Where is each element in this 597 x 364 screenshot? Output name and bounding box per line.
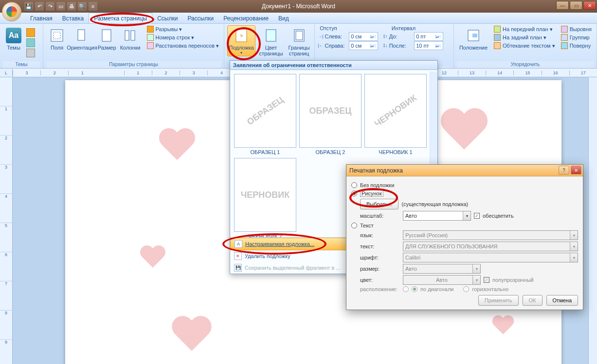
svg-rect-5	[131, 31, 135, 40]
themes-label: Темы	[7, 45, 20, 51]
svg-rect-0	[51, 30, 63, 41]
color-input: Авто▾	[403, 275, 481, 285]
radio-text-watermark[interactable]: Текст	[351, 223, 578, 228]
tab-page-layout[interactable]: Разметка страницы	[89, 13, 152, 23]
size-button[interactable]: Размер	[96, 25, 118, 52]
line-numbers-icon	[147, 34, 154, 41]
indent-right-input[interactable]: 0 см▴▾	[349, 41, 378, 50]
gallery-item[interactable]: ЧЕРНОВИКЧЕРНОВИК 2	[234, 158, 296, 239]
theme-fonts-icon[interactable]	[26, 38, 35, 47]
tab-mailings[interactable]: Рассылки	[182, 13, 218, 23]
page-color-icon	[263, 28, 279, 43]
tab-view[interactable]: Вид	[273, 13, 294, 23]
orientation-button[interactable]: Ориентация	[70, 25, 94, 52]
gallery-item[interactable]: ОБРАЗЕЦОБРАЗЕЦ 2	[299, 74, 362, 155]
front-icon	[494, 26, 501, 33]
position-button[interactable]: Положение	[457, 25, 490, 52]
dialog-close-button[interactable]: ✕	[571, 166, 581, 174]
hyphenation-button[interactable]: Расстановка переносов ▾	[145, 42, 221, 50]
dialog-help-button[interactable]: ?	[559, 166, 569, 174]
group-button[interactable]: Группир	[559, 34, 594, 41]
indent-left-input[interactable]: 0 см▴▾	[349, 32, 378, 41]
quick-access-toolbar: 💾 ↶ ↷ ▭ 🖶 🔍 ≡	[24, 2, 97, 11]
vertical-scrollbar[interactable]	[588, 77, 597, 364]
new-icon[interactable]: ▭	[56, 2, 65, 11]
save-icon[interactable]: 💾	[24, 2, 33, 11]
margins-button[interactable]: Поля	[46, 25, 68, 52]
svg-rect-8	[266, 30, 276, 41]
radio-diagonal	[403, 286, 409, 292]
bring-front-button[interactable]: На передний план ▾	[492, 25, 557, 33]
themes-icon: Aa	[6, 28, 21, 43]
page-borders-button[interactable]: Границы страниц	[287, 25, 311, 58]
svg-rect-12	[472, 34, 477, 37]
gallery-header: Заявления об ограничении ответственности	[230, 61, 437, 70]
preview-icon[interactable]: 🔍	[78, 2, 87, 11]
cancel-button[interactable]: Отмена	[546, 295, 578, 306]
margins-icon	[49, 28, 65, 43]
close-button[interactable]: ✕	[583, 1, 596, 10]
watermark-button[interactable]: AПодложка▾	[227, 25, 255, 56]
dialog-title[interactable]: Печатная подложка ? ✕	[346, 165, 583, 176]
send-back-button[interactable]: На задний план ▾	[492, 34, 557, 41]
vertical-ruler[interactable]: 123456789	[0, 77, 13, 364]
themes-button[interactable]: Aa Темы	[3, 25, 24, 52]
spacing-after-input[interactable]: 10 пт▴▾	[414, 41, 443, 50]
watermark-icon: A	[234, 28, 249, 43]
svg-rect-4	[125, 31, 129, 40]
tab-references[interactable]: Ссылки	[152, 13, 182, 23]
back-icon	[494, 34, 501, 41]
tab-review[interactable]: Рецензирование	[218, 13, 273, 23]
position-icon	[466, 28, 481, 43]
breaks-button[interactable]: Разрывы ▾	[145, 25, 221, 33]
radio-no-watermark[interactable]: Без подложки	[351, 182, 578, 188]
printed-watermark-dialog: Печатная подложка ? ✕ Без подложки Рисун…	[346, 164, 583, 310]
group-label-arrange: Упорядочить	[457, 61, 594, 68]
rotate-icon	[561, 42, 568, 49]
gallery-item[interactable]: ОБРАЗЕЦОБРАЗЕЦ 1	[234, 74, 296, 155]
remove-icon: ✕	[234, 252, 242, 260]
page-color-button[interactable]: Цвет страницы	[257, 25, 285, 58]
columns-button[interactable]: Колонки	[120, 25, 141, 52]
size-input: Авто▾	[403, 264, 481, 274]
language-input: Русский (Россия)▾	[403, 230, 578, 240]
align-button[interactable]: Выровня	[559, 25, 594, 33]
line-numbers-button[interactable]: Номера строк ▾	[145, 34, 221, 41]
save-selection-icon: 💾	[234, 264, 242, 272]
tab-home[interactable]: Главная	[25, 13, 57, 23]
group-label-themes: Темы	[3, 61, 40, 68]
text-wrap-button[interactable]: Обтекание текстом ▾	[492, 42, 557, 50]
size-icon	[99, 28, 115, 43]
radio-picture-watermark[interactable]: Рисунок	[351, 190, 578, 197]
group-icon	[561, 34, 568, 41]
custom-watermark-icon: A	[235, 240, 242, 248]
window-title: Документ1 - Microsoft Word	[262, 3, 335, 10]
wrap-icon	[494, 42, 501, 49]
align-icon	[561, 26, 568, 33]
print-icon[interactable]: 🖶	[67, 2, 76, 11]
maximize-button[interactable]: ▭	[570, 1, 582, 10]
washout-checkbox[interactable]: ✓	[474, 213, 480, 219]
redo-icon[interactable]: ↷	[46, 2, 54, 11]
tab-insert[interactable]: Вставка	[57, 13, 89, 23]
qat-more-icon[interactable]: ≡	[89, 2, 97, 11]
svg-rect-2	[78, 30, 85, 40]
columns-icon	[123, 28, 138, 43]
svg-rect-3	[102, 30, 111, 41]
rotate-button[interactable]: Поверну	[559, 42, 594, 50]
gallery-item[interactable]: ЧЕРНОВИКЧЕРНОВИК 1	[364, 74, 427, 155]
indent-header: Отступ	[320, 25, 337, 31]
minimize-button[interactable]: —	[556, 1, 569, 10]
scale-label: масштаб:	[360, 213, 400, 219]
theme-colors-icon[interactable]	[26, 28, 35, 37]
office-button[interactable]	[2, 2, 21, 21]
scale-input[interactable]: Авто▾	[403, 211, 471, 221]
breaks-icon	[147, 26, 154, 33]
spacing-before-input[interactable]: 0 пт▴▾	[414, 32, 443, 41]
ruler-corner[interactable]: L	[0, 69, 13, 77]
theme-effects-icon[interactable]	[26, 49, 35, 57]
select-picture-button[interactable]: Выбрать...	[360, 199, 398, 209]
borders-icon	[291, 28, 307, 43]
undo-icon[interactable]: ↶	[35, 2, 44, 11]
orientation-icon	[74, 28, 90, 43]
